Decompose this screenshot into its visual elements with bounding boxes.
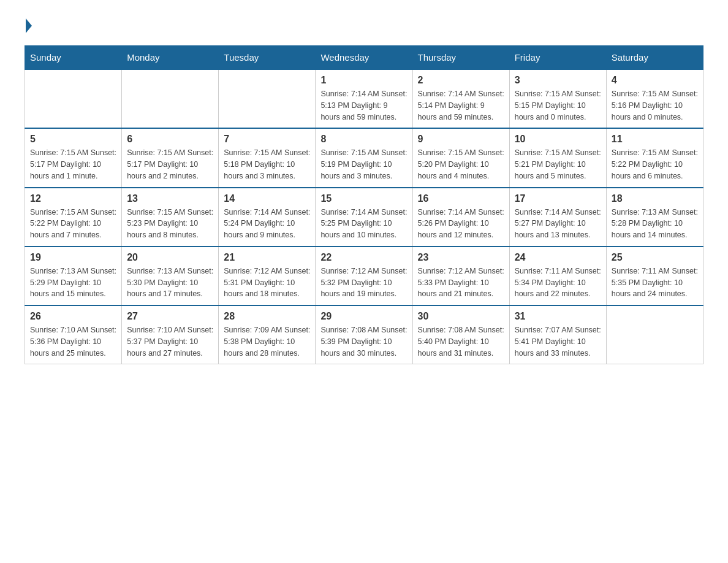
calendar-cell: 29Sunrise: 7:08 AM Sunset: 5:39 PM Dayli…	[316, 305, 412, 364]
day-info: Sunrise: 7:14 AM Sunset: 5:26 PM Dayligh…	[418, 207, 504, 241]
calendar-cell: 18Sunrise: 7:13 AM Sunset: 5:28 PM Dayli…	[606, 188, 703, 247]
day-number: 26	[30, 311, 116, 322]
calendar-cell: 8Sunrise: 7:15 AM Sunset: 5:19 PM Daylig…	[316, 128, 412, 187]
day-number: 7	[224, 134, 310, 145]
day-info: Sunrise: 7:14 AM Sunset: 5:14 PM Dayligh…	[418, 88, 504, 123]
calendar-cell: 19Sunrise: 7:13 AM Sunset: 5:29 PM Dayli…	[25, 247, 122, 305]
day-of-week-header: Tuesday	[219, 46, 316, 70]
calendar-week-row: 12Sunrise: 7:15 AM Sunset: 5:22 PM Dayli…	[25, 188, 703, 247]
calendar-cell: 23Sunrise: 7:12 AM Sunset: 5:33 PM Dayli…	[412, 247, 509, 305]
day-number: 20	[127, 252, 213, 263]
calendar-cell: 20Sunrise: 7:13 AM Sunset: 5:30 PM Dayli…	[122, 247, 219, 305]
calendar-cell	[25, 69, 122, 128]
calendar-cell: 5Sunrise: 7:15 AM Sunset: 5:17 PM Daylig…	[25, 128, 122, 187]
day-info: Sunrise: 7:11 AM Sunset: 5:34 PM Dayligh…	[515, 266, 601, 300]
calendar-cell: 4Sunrise: 7:15 AM Sunset: 5:16 PM Daylig…	[606, 69, 703, 128]
day-number: 6	[127, 134, 213, 145]
calendar-cell: 24Sunrise: 7:11 AM Sunset: 5:34 PM Dayli…	[509, 247, 606, 305]
calendar-header-row: SundayMondayTuesdayWednesdayThursdayFrid…	[25, 46, 703, 70]
day-info: Sunrise: 7:14 AM Sunset: 5:25 PM Dayligh…	[320, 207, 407, 241]
day-of-week-header: Friday	[509, 46, 606, 70]
day-number: 13	[127, 193, 213, 204]
day-number: 16	[418, 193, 504, 204]
calendar-cell	[219, 69, 316, 128]
day-number: 31	[515, 311, 601, 322]
calendar-week-row: 1Sunrise: 7:14 AM Sunset: 5:13 PM Daylig…	[25, 69, 703, 128]
day-info: Sunrise: 7:09 AM Sunset: 5:38 PM Dayligh…	[224, 324, 310, 359]
calendar-cell: 6Sunrise: 7:15 AM Sunset: 5:17 PM Daylig…	[122, 128, 219, 187]
calendar-week-row: 19Sunrise: 7:13 AM Sunset: 5:29 PM Dayli…	[25, 247, 703, 305]
day-info: Sunrise: 7:15 AM Sunset: 5:20 PM Dayligh…	[418, 147, 504, 182]
day-info: Sunrise: 7:08 AM Sunset: 5:40 PM Dayligh…	[418, 324, 504, 359]
calendar-cell: 21Sunrise: 7:12 AM Sunset: 5:31 PM Dayli…	[219, 247, 316, 305]
day-number: 22	[320, 252, 407, 263]
day-number: 8	[320, 134, 407, 145]
day-info: Sunrise: 7:14 AM Sunset: 5:27 PM Dayligh…	[515, 207, 601, 241]
day-number: 23	[418, 252, 504, 263]
day-number: 24	[515, 252, 601, 263]
day-of-week-header: Monday	[122, 46, 219, 70]
calendar-cell: 2Sunrise: 7:14 AM Sunset: 5:14 PM Daylig…	[412, 69, 509, 128]
day-info: Sunrise: 7:12 AM Sunset: 5:33 PM Dayligh…	[418, 266, 504, 300]
day-info: Sunrise: 7:15 AM Sunset: 5:17 PM Dayligh…	[30, 147, 116, 182]
logo	[25, 18, 33, 33]
day-number: 11	[612, 134, 698, 145]
page-header	[25, 18, 703, 33]
day-info: Sunrise: 7:07 AM Sunset: 5:41 PM Dayligh…	[515, 324, 601, 359]
day-number: 29	[320, 311, 407, 322]
day-number: 14	[224, 193, 310, 204]
calendar-cell: 10Sunrise: 7:15 AM Sunset: 5:21 PM Dayli…	[509, 128, 606, 187]
day-info: Sunrise: 7:13 AM Sunset: 5:30 PM Dayligh…	[127, 266, 213, 300]
day-number: 5	[30, 134, 116, 145]
day-info: Sunrise: 7:12 AM Sunset: 5:31 PM Dayligh…	[224, 266, 310, 300]
day-info: Sunrise: 7:15 AM Sunset: 5:22 PM Dayligh…	[30, 207, 116, 241]
calendar-cell: 3Sunrise: 7:15 AM Sunset: 5:15 PM Daylig…	[509, 69, 606, 128]
calendar-cell: 26Sunrise: 7:10 AM Sunset: 5:36 PM Dayli…	[25, 305, 122, 364]
day-info: Sunrise: 7:12 AM Sunset: 5:32 PM Dayligh…	[320, 266, 407, 300]
calendar-cell: 30Sunrise: 7:08 AM Sunset: 5:40 PM Dayli…	[412, 305, 509, 364]
calendar-cell: 14Sunrise: 7:14 AM Sunset: 5:24 PM Dayli…	[219, 188, 316, 247]
day-number: 2	[418, 75, 504, 86]
day-number: 27	[127, 311, 213, 322]
day-number: 10	[515, 134, 601, 145]
day-number: 3	[515, 75, 601, 86]
day-of-week-header: Sunday	[25, 46, 122, 70]
calendar-cell: 13Sunrise: 7:15 AM Sunset: 5:23 PM Dayli…	[122, 188, 219, 247]
day-info: Sunrise: 7:14 AM Sunset: 5:24 PM Dayligh…	[224, 207, 310, 241]
calendar-cell: 11Sunrise: 7:15 AM Sunset: 5:22 PM Dayli…	[606, 128, 703, 187]
day-info: Sunrise: 7:15 AM Sunset: 5:19 PM Dayligh…	[320, 147, 407, 182]
calendar-cell	[606, 305, 703, 364]
day-info: Sunrise: 7:14 AM Sunset: 5:13 PM Dayligh…	[320, 88, 407, 123]
day-number: 9	[418, 134, 504, 145]
day-number: 21	[224, 252, 310, 263]
calendar-cell: 9Sunrise: 7:15 AM Sunset: 5:20 PM Daylig…	[412, 128, 509, 187]
calendar-week-row: 26Sunrise: 7:10 AM Sunset: 5:36 PM Dayli…	[25, 305, 703, 364]
day-number: 28	[224, 311, 310, 322]
calendar-cell: 17Sunrise: 7:14 AM Sunset: 5:27 PM Dayli…	[509, 188, 606, 247]
day-info: Sunrise: 7:15 AM Sunset: 5:21 PM Dayligh…	[515, 147, 601, 182]
day-number: 30	[418, 311, 504, 322]
day-info: Sunrise: 7:11 AM Sunset: 5:35 PM Dayligh…	[612, 266, 698, 300]
day-number: 1	[320, 75, 407, 86]
day-info: Sunrise: 7:13 AM Sunset: 5:28 PM Dayligh…	[612, 207, 698, 241]
day-number: 18	[612, 193, 698, 204]
day-info: Sunrise: 7:15 AM Sunset: 5:23 PM Dayligh…	[127, 207, 213, 241]
calendar-cell: 31Sunrise: 7:07 AM Sunset: 5:41 PM Dayli…	[509, 305, 606, 364]
calendar-cell: 7Sunrise: 7:15 AM Sunset: 5:18 PM Daylig…	[219, 128, 316, 187]
day-number: 15	[320, 193, 407, 204]
calendar-week-row: 5Sunrise: 7:15 AM Sunset: 5:17 PM Daylig…	[25, 128, 703, 187]
day-info: Sunrise: 7:10 AM Sunset: 5:36 PM Dayligh…	[30, 324, 116, 359]
day-info: Sunrise: 7:15 AM Sunset: 5:15 PM Dayligh…	[515, 88, 601, 123]
day-info: Sunrise: 7:10 AM Sunset: 5:37 PM Dayligh…	[127, 324, 213, 359]
day-info: Sunrise: 7:15 AM Sunset: 5:22 PM Dayligh…	[612, 147, 698, 182]
calendar-cell: 15Sunrise: 7:14 AM Sunset: 5:25 PM Dayli…	[316, 188, 412, 247]
calendar-cell: 28Sunrise: 7:09 AM Sunset: 5:38 PM Dayli…	[219, 305, 316, 364]
calendar-cell: 1Sunrise: 7:14 AM Sunset: 5:13 PM Daylig…	[316, 69, 412, 128]
calendar-cell: 16Sunrise: 7:14 AM Sunset: 5:26 PM Dayli…	[412, 188, 509, 247]
calendar-cell: 27Sunrise: 7:10 AM Sunset: 5:37 PM Dayli…	[122, 305, 219, 364]
day-number: 4	[612, 75, 698, 86]
calendar-table: SundayMondayTuesdayWednesdayThursdayFrid…	[25, 45, 703, 364]
day-number: 12	[30, 193, 116, 204]
logo-triangle-icon	[26, 18, 32, 33]
calendar-cell: 12Sunrise: 7:15 AM Sunset: 5:22 PM Dayli…	[25, 188, 122, 247]
